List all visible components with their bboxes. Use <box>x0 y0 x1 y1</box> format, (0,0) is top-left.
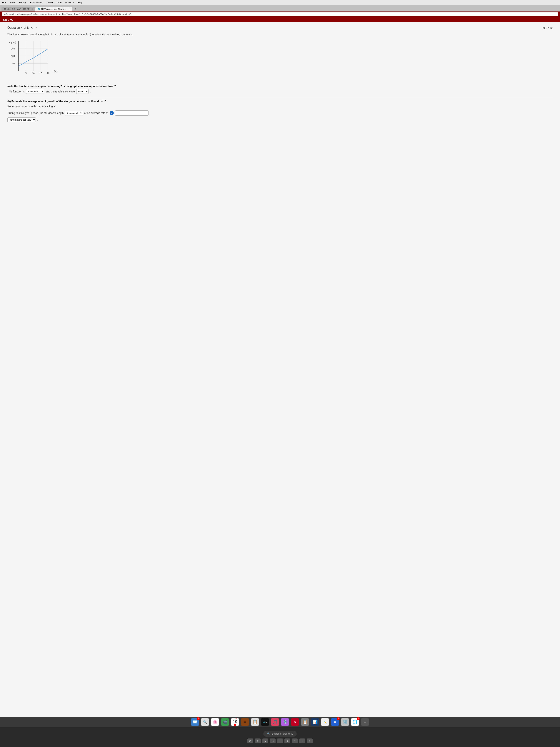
part-a-answer-row: This function is increasing decreasing a… <box>7 89 553 94</box>
key-openparen[interactable]: ( <box>299 739 305 743</box>
menu-item-view[interactable]: View <box>10 1 15 4</box>
menu-item-history[interactable]: History <box>19 1 26 4</box>
dock-finder-icon[interactable]: 🔍 <box>201 718 209 726</box>
tab-bar: SSect 1.3 - MATH 113 SE×WPNWP Assessment… <box>0 5 560 11</box>
units-dropdown[interactable]: centimeters per year centimeters years <box>7 118 36 122</box>
tab1-label: Sect 1.3 - MATH 113 SE <box>7 8 30 10</box>
function-behavior-dropdown[interactable]: increasing decreasing <box>26 89 44 94</box>
part-b-answer-row: During this five year period, the sturge… <box>7 110 553 115</box>
svg-text:100: 100 <box>11 55 15 57</box>
page-title: 521 7W2 <box>3 18 14 21</box>
chrome-badge: 1 <box>357 717 360 720</box>
key-asterisk[interactable]: * <box>292 739 298 743</box>
mail-badge: 1 <box>197 717 200 720</box>
address-bar: s://education.wiley.com/was/ui/v2/assess… <box>0 11 560 17</box>
key-caret[interactable]: ^ <box>277 739 283 743</box>
dock-tv-icon[interactable]: 📺tv <box>261 718 269 726</box>
key-percent[interactable]: % <box>270 739 275 743</box>
section-divider <box>7 97 553 97</box>
menu-item-profiles[interactable]: Profiles <box>46 1 54 4</box>
dock-bar: ✉️ 1 🔍 🌸 📹 JAN 19 7 ⠿ 📋 📺tv 🎵 🎙️ N 📋 <box>0 717 560 727</box>
svg-text:5: 5 <box>25 72 27 75</box>
page-header: 521 7W2 <box>0 17 560 22</box>
menu-item-edit[interactable]: Edit <box>2 1 6 4</box>
tab-tab2[interactable]: WPNWP Assessment Player UI Ap× <box>35 7 73 11</box>
url-field[interactable]: s://education.wiley.com/was/ui/v2/assess… <box>2 12 558 16</box>
part-b-label: (b) Estimate the average rate of growth … <box>7 100 553 103</box>
graph-container: L (cm) 150 100 50 5 10 1 <box>7 40 553 80</box>
tab1-close[interactable]: × <box>31 8 33 10</box>
dock-clipboard-icon[interactable]: 📋 <box>301 718 309 726</box>
key-hash[interactable]: # <box>255 739 261 743</box>
tab2-close[interactable]: × <box>69 8 70 10</box>
dock-accessibility-icon[interactable]: A 5 <box>331 718 339 726</box>
menu-item-window[interactable]: Window <box>65 1 74 4</box>
tab2-label: NWP Assessment Player UI Ap <box>41 8 67 10</box>
info-icon: i <box>110 111 114 115</box>
graph-x-label: t (yr) <box>53 70 57 73</box>
main-content: Question 4 of 8 < > 9.6 / 12 The figure … <box>0 22 560 717</box>
graph-svg: L (cm) 150 100 50 5 10 1 <box>7 40 63 80</box>
dock-launchpad-icon[interactable]: ⠿ <box>241 718 249 726</box>
key-at[interactable]: @ <box>247 739 254 743</box>
dock-photos-icon[interactable]: 🌸 <box>211 718 219 726</box>
tab-tab1[interactable]: SSect 1.3 - MATH 113 SE× <box>1 7 35 11</box>
svg-text:150: 150 <box>11 47 15 50</box>
part-a-sentence-end: . <box>90 90 91 93</box>
menu-item-help[interactable]: Help <box>77 1 82 4</box>
dock-chrome-icon[interactable]: 🌐 1 <box>351 718 359 726</box>
new-tab-button[interactable]: + <box>73 6 78 11</box>
key-dollar[interactable]: $ <box>262 739 268 743</box>
part-b-sentence-mid: at an average rate of <box>84 111 108 114</box>
dock-stats-icon[interactable]: 📊 <box>311 718 319 726</box>
search-bar[interactable]: 🔍 Search or type URL <box>263 731 297 737</box>
dock-system-prefs-icon[interactable]: ⚙️ <box>341 718 349 726</box>
part-b-sentence-start: During this five year period, the sturge… <box>7 111 64 114</box>
dock-finder2-icon[interactable]: ▭ <box>361 718 369 726</box>
part-b-round-note: Round your answer to the nearest integer… <box>7 104 553 108</box>
tab1-favicon: S <box>4 8 6 10</box>
units-row: centimeters per year centimeters years . <box>7 118 553 122</box>
question-description: The figure below shows the length, L, in… <box>7 33 553 36</box>
score-display: 9.6 / 12 <box>543 26 553 29</box>
length-change-dropdown[interactable]: increased decreased <box>65 111 83 115</box>
menu-item-bookmarks[interactable]: Bookmarks <box>30 1 42 4</box>
period-end: . <box>37 119 38 121</box>
dock-calendar-icon[interactable]: JAN 19 7 <box>231 718 239 726</box>
svg-text:50: 50 <box>12 62 15 65</box>
dock-mail-icon[interactable]: ✉️ 1 <box>191 718 199 726</box>
search-placeholder: Search or type URL <box>272 732 293 735</box>
keyboard-area: 🔍 Search or type URL @ # $ % ^ & * ( ) <box>0 727 560 747</box>
tab2-favicon: WP <box>37 8 40 10</box>
part-a-label: (a) Is the function increasing or decrea… <box>7 85 553 87</box>
browser-chrome: SSect 1.3 - MATH 113 SE×WPNWP Assessment… <box>0 5 560 17</box>
question-number: Question 4 of 8 <box>7 26 29 30</box>
concavity-dropdown[interactable]: down up <box>76 89 88 94</box>
dock-podcasts-icon[interactable]: 🎙️ <box>281 718 289 726</box>
dock-script-icon[interactable]: ✏️ <box>321 718 329 726</box>
next-question-button[interactable]: > <box>35 26 37 29</box>
calendar-badge: 7 <box>234 724 236 726</box>
keyboard-row: @ # $ % ^ & * ( ) <box>7 739 553 743</box>
menu-bar: // Will render after page load EditViewH… <box>0 0 560 5</box>
dock-notes-icon[interactable]: 📋 <box>251 718 259 726</box>
dock-music-icon[interactable]: 🎵 <box>271 718 279 726</box>
question-header: Question 4 of 8 < > 9.6 / 12 <box>7 26 553 30</box>
question-nav: Question 4 of 8 < > <box>7 26 37 30</box>
dock-nord-icon[interactable]: N <box>291 718 299 726</box>
dock-facetime-icon[interactable]: 📹 <box>221 718 229 726</box>
search-icon: 🔍 <box>267 732 270 735</box>
key-ampersand[interactable]: & <box>285 739 290 743</box>
prev-question-button[interactable]: < <box>31 26 33 29</box>
part-a-section: (a) Is the function increasing or decrea… <box>7 85 553 94</box>
part-a-sentence-start: This function is <box>7 90 25 93</box>
part-a-sentence-mid: and the graph is concave <box>46 90 75 93</box>
rate-input[interactable] <box>115 110 149 115</box>
svg-text:20: 20 <box>47 72 49 75</box>
accessibility-badge: 5 <box>337 717 340 720</box>
key-closeparen[interactable]: ) <box>307 739 313 743</box>
menu-item-tab[interactable]: Tab <box>58 1 61 4</box>
part-b-section: (b) Estimate the average rate of growth … <box>7 100 553 122</box>
graph-y-label: L (cm) <box>9 41 16 44</box>
svg-text:15: 15 <box>39 72 42 75</box>
